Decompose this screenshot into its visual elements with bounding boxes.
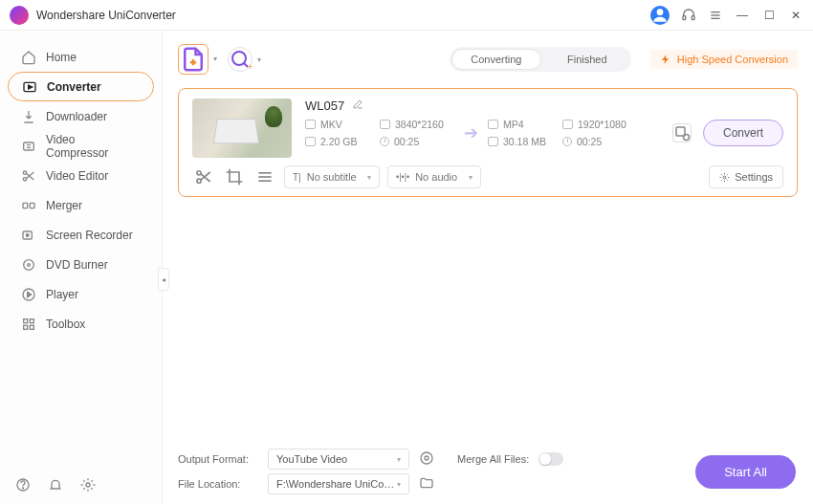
headset-icon[interactable]: [681, 8, 696, 23]
svg-marker-7: [29, 85, 33, 89]
sidebar-item-recorder[interactable]: Screen Recorder: [8, 220, 154, 250]
svg-rect-12: [30, 203, 34, 208]
svg-marker-18: [28, 292, 32, 296]
open-folder-icon[interactable]: [419, 475, 434, 493]
app-logo: [10, 6, 29, 25]
svg-point-34: [723, 176, 726, 179]
audio-value: No audio: [415, 171, 457, 183]
resolution-icon: [562, 120, 573, 129]
effect-icon[interactable]: [253, 167, 276, 186]
size-icon: [488, 137, 498, 146]
video-thumbnail[interactable]: [192, 99, 292, 158]
merge-icon: [21, 198, 36, 213]
hsc-label: High Speed Conversion: [677, 54, 788, 65]
file-settings-button[interactable]: Settings: [709, 165, 783, 188]
status-tabs: Converting Finished: [450, 47, 631, 72]
svg-rect-20: [30, 318, 33, 322]
sidebar-item-compressor[interactable]: Video Compressor: [8, 131, 154, 161]
sidebar-item-home[interactable]: Home: [8, 42, 154, 72]
audio-dropdown[interactable]: •|•|• No audio ▾: [387, 165, 481, 188]
add-file-button[interactable]: ▾: [178, 44, 209, 75]
sidebar-item-label: Video Editor: [46, 169, 108, 183]
convert-button[interactable]: Convert: [703, 120, 783, 146]
help-icon[interactable]: [15, 477, 31, 493]
dst-size: 30.18 MB: [503, 136, 546, 147]
start-all-button[interactable]: Start All: [695, 455, 796, 489]
tab-finished[interactable]: Finished: [543, 47, 631, 72]
bell-icon[interactable]: [48, 477, 63, 493]
chevron-down-icon: ▾: [397, 480, 401, 489]
dst-resolution: 1920*1080: [578, 119, 626, 130]
sidebar-item-label: Video Compressor: [46, 133, 141, 160]
minimize-button[interactable]: —: [735, 8, 750, 23]
high-speed-toggle[interactable]: High Speed Conversion: [650, 50, 798, 69]
src-resolution: 3840*2160: [395, 119, 444, 130]
svg-point-16: [28, 263, 31, 266]
svg-rect-19: [24, 318, 28, 322]
sidebar-item-downloader[interactable]: Downloader: [8, 101, 154, 131]
file-location-value: F:\Wondershare UniConverter: [276, 478, 397, 490]
svg-rect-11: [23, 203, 28, 208]
sidebar-item-editor[interactable]: Video Editor: [8, 161, 154, 190]
gear-icon: [719, 172, 730, 183]
sidebar-item-merger[interactable]: Merger: [8, 190, 154, 220]
merge-toggle[interactable]: [538, 452, 563, 466]
file-card: WL057 MKV 2.20 GB 3840*2160 00:25 ➔: [178, 88, 798, 197]
trim-icon[interactable]: [192, 167, 215, 186]
home-icon: [21, 50, 36, 65]
close-button[interactable]: ✕: [788, 8, 803, 23]
output-pref-icon[interactable]: [672, 123, 692, 142]
user-avatar[interactable]: [650, 6, 670, 25]
svg-rect-2: [692, 15, 694, 19]
src-size: 2.20 GB: [320, 136, 358, 147]
svg-rect-1: [683, 15, 686, 19]
sidebar-item-dvd[interactable]: DVD Burner: [8, 250, 154, 279]
svg-point-26: [232, 52, 246, 65]
sidebar-item-label: Converter: [47, 80, 101, 94]
merge-label: Merge All Files:: [457, 453, 529, 465]
chevron-down-icon: ▾: [213, 55, 217, 63]
subtitle-dropdown[interactable]: T| No subtitle ▾: [284, 165, 380, 188]
crop-icon[interactable]: [223, 167, 246, 186]
converter-icon: [22, 79, 37, 95]
svg-point-24: [22, 488, 23, 489]
grid-icon: [21, 317, 36, 332]
compress-icon: [21, 139, 36, 154]
add-url-button[interactable]: + ▾: [228, 47, 253, 72]
chevron-down-icon: ▾: [367, 173, 371, 182]
svg-rect-27: [676, 127, 685, 136]
app-title: Wondershare UniConverter: [36, 9, 650, 22]
chevron-down-icon: ▾: [257, 55, 261, 64]
sidebar-item-converter[interactable]: Converter: [8, 72, 154, 101]
tab-converting[interactable]: Converting: [451, 49, 541, 70]
sidebar-item-label: DVD Burner: [46, 258, 108, 272]
format-icon: [488, 120, 498, 129]
sidebar-item-label: Home: [46, 51, 77, 64]
sidebar-item-label: Toolbox: [46, 318, 85, 331]
sidebar: Home Converter Downloader Video Compress…: [0, 31, 163, 504]
settings-icon[interactable]: [80, 477, 96, 493]
output-format-value: YouTube Video: [276, 453, 347, 465]
menu-icon[interactable]: [708, 8, 723, 23]
src-format: MKV: [320, 119, 342, 130]
svg-rect-22: [30, 325, 33, 329]
svg-point-36: [421, 452, 432, 464]
disc-icon: [21, 257, 36, 273]
subtitle-value: No subtitle: [307, 171, 357, 183]
sidebar-item-label: Player: [46, 288, 78, 301]
file-name: WL057: [305, 99, 344, 113]
sidebar-item-toolbox[interactable]: Toolbox: [8, 309, 154, 339]
svg-rect-8: [24, 142, 34, 150]
file-location-dropdown[interactable]: F:\Wondershare UniConverter ▾: [268, 473, 409, 494]
edit-name-icon[interactable]: [352, 99, 363, 113]
maximize-button[interactable]: ☐: [761, 8, 777, 23]
output-format-dropdown[interactable]: YouTube Video ▾: [268, 449, 409, 470]
titlebar: Wondershare UniConverter — ☐ ✕: [0, 0, 813, 31]
src-duration: 00:25: [394, 136, 419, 147]
svg-point-28: [683, 135, 689, 141]
output-settings-icon[interactable]: [419, 450, 434, 468]
chevron-down-icon: ▾: [397, 455, 401, 464]
resolution-icon: [380, 120, 390, 129]
sidebar-item-player[interactable]: Player: [8, 279, 154, 309]
clock-icon: [562, 137, 572, 146]
